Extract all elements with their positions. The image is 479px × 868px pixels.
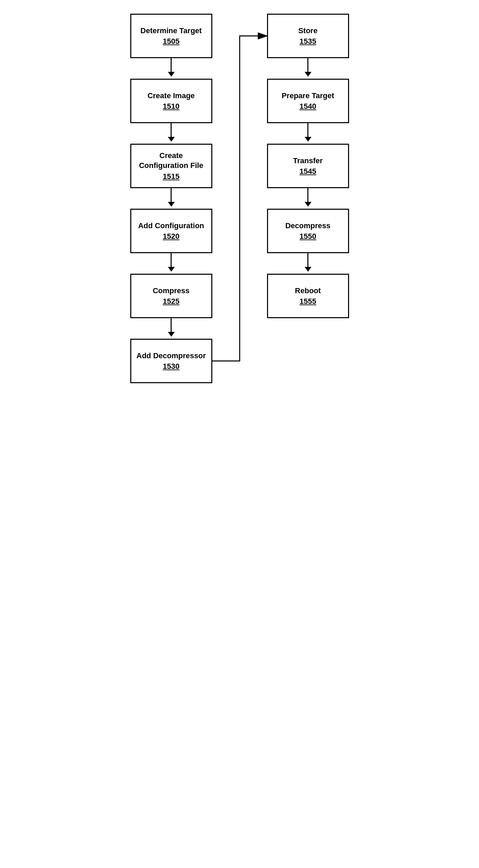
arrow-1540-1545 (305, 123, 311, 144)
box-determine-target: Determine Target 1505 (130, 14, 212, 58)
box-create-image: Create Image 1510 (130, 79, 212, 123)
flowchart-diagram: Determine Target 1505 Create Image 1510 … (130, 14, 349, 383)
box-compress: Compress 1525 (130, 274, 212, 318)
arrow-1520-1525 (168, 253, 175, 274)
arrow-1505-1510 (168, 58, 175, 79)
box-decompress: Decompress 1550 (267, 209, 349, 253)
arrow-1550-1555 (305, 253, 311, 274)
arrow-1535-1540 (305, 58, 311, 79)
box-store: Store 1535 (267, 14, 349, 58)
right-column: Store 1535 Prepare Target 1540 Transfer … (267, 14, 349, 318)
arrow-1525-1530 (168, 318, 175, 339)
box-add-decompressor: Add Decompressor 1530 (130, 339, 212, 383)
box-reboot: Reboot 1555 (267, 274, 349, 318)
box-prepare-target: Prepare Target 1540 (267, 79, 349, 123)
box-add-configuration: Add Configuration 1520 (130, 209, 212, 253)
arrow-1510-1515 (168, 123, 175, 144)
box-create-config-file: Create Configuration File 1515 (130, 144, 212, 188)
arrow-1545-1550 (305, 188, 311, 209)
box-transfer: Transfer 1545 (267, 144, 349, 188)
left-column: Determine Target 1505 Create Image 1510 … (130, 14, 212, 383)
arrow-1515-1520 (168, 188, 175, 209)
